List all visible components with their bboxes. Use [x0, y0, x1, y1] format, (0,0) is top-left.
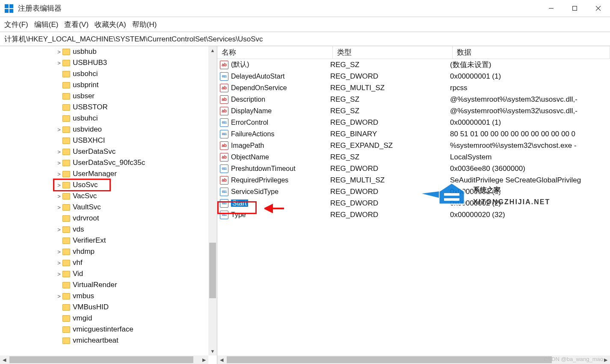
expand-icon[interactable]: >: [56, 126, 62, 133]
value-row[interactable]: abDisplayNameREG_SZ@%systemroot%\system3…: [217, 105, 610, 117]
regedit-icon: [4, 4, 14, 13]
tree-item[interactable]: VMBusHID: [0, 302, 208, 313]
tree-item[interactable]: >UserDataSvc_90fc35c: [0, 157, 208, 168]
value-data: LocalSystem: [450, 153, 610, 161]
tree-item[interactable]: vmgid: [0, 313, 208, 324]
tree-item[interactable]: >vds: [0, 224, 208, 235]
tree-item[interactable]: vdrvroot: [0, 213, 208, 224]
tree-item[interactable]: >UsoSvc: [0, 179, 208, 191]
scroll-down-icon[interactable]: ▼: [208, 347, 217, 355]
scroll-track[interactable]: [9, 355, 200, 364]
scroll-thumb[interactable]: [227, 356, 552, 363]
value-row[interactable]: abDescriptionREG_SZ@%systemroot%\system3…: [217, 94, 610, 105]
tree-item[interactable]: >VacSvc: [0, 191, 208, 202]
registry-tree[interactable]: >usbhub>USBHUB3usbohciusbprintusbserUSBS…: [0, 46, 208, 355]
address-bar[interactable]: 计算机\HKEY_LOCAL_MACHINE\SYSTEM\CurrentCon…: [0, 32, 610, 46]
tree-item[interactable]: usbprint: [0, 79, 208, 91]
tree-item-label: VacSvc: [73, 192, 97, 200]
tree-item[interactable]: >USBHUB3: [0, 57, 208, 68]
folder-icon: [62, 71, 70, 77]
value-row[interactable]: ab(默认)REG_SZ(数值未设置): [217, 59, 610, 70]
tree-item[interactable]: VirtualRender: [0, 279, 208, 291]
folder-icon: [62, 238, 70, 244]
value-row[interactable]: 011DelayedAutoStartREG_DWORD0x00000001 (…: [217, 70, 610, 82]
tree-item-label: UserDataSvc_90fc35c: [73, 159, 145, 167]
scroll-left-icon[interactable]: ◀: [0, 355, 9, 364]
tree-item[interactable]: >UserDataSvc: [0, 146, 208, 157]
expand-icon[interactable]: >: [56, 171, 62, 177]
menu-favorites[interactable]: 收藏夹(A): [95, 20, 126, 29]
value-row[interactable]: 011ServiceSidTypeREG_DWORD0x00000001 (1): [217, 186, 610, 197]
scroll-right-icon[interactable]: ▶: [200, 355, 208, 364]
menu-file[interactable]: 文件(F): [4, 20, 28, 29]
value-row[interactable]: 011PreshutdownTimeoutREG_DWORD0x0036ee80…: [217, 163, 610, 174]
value-row[interactable]: abImagePathREG_EXPAND_SZ%systemroot%\sys…: [217, 140, 610, 151]
expand-icon[interactable]: >: [56, 160, 62, 166]
string-icon: ab: [220, 84, 228, 92]
tree-item[interactable]: USBXHCI: [0, 135, 208, 146]
tree-item[interactable]: vmicguestinterface: [0, 324, 208, 335]
scroll-track[interactable]: [208, 55, 217, 347]
menu-edit[interactable]: 编辑(E): [34, 20, 59, 29]
folder-icon: [62, 193, 70, 200]
tree-vscrollbar[interactable]: ▲ ▼: [208, 46, 217, 355]
tree-item[interactable]: >Vid: [0, 268, 208, 279]
expand-icon[interactable]: >: [56, 293, 62, 299]
dword-icon: 011: [220, 130, 228, 138]
value-name: FailureActions: [231, 130, 330, 138]
expand-icon[interactable]: >: [56, 49, 62, 55]
value-row[interactable]: 011FailureActionsREG_BINARY80 51 01 00 0…: [217, 128, 610, 140]
folder-icon: [62, 249, 70, 255]
menu-bar: 文件(F) 编辑(E) 查看(V) 收藏夹(A) 帮助(H): [0, 17, 610, 32]
expand-icon[interactable]: >: [56, 60, 62, 66]
col-data[interactable]: 数据: [453, 46, 610, 59]
tree-item[interactable]: >usbvideo: [0, 124, 208, 135]
value-row[interactable]: abRequiredPrivilegesREG_MULTI_SZSeAuditP…: [217, 174, 610, 186]
tree-item[interactable]: usbser: [0, 91, 208, 102]
col-type[interactable]: 类型: [333, 46, 453, 59]
tree-item[interactable]: >vmbus: [0, 291, 208, 302]
value-row[interactable]: 011ErrorControlREG_DWORD0x00000001 (1): [217, 117, 610, 128]
scroll-thumb[interactable]: [9, 356, 193, 363]
folder-icon: [62, 282, 70, 288]
maximize-button[interactable]: [563, 0, 586, 17]
value-row[interactable]: abDependOnServiceREG_MULTI_SZrpcss: [217, 82, 610, 94]
tree-item-label: vdrvroot: [73, 214, 99, 223]
tree-item[interactable]: >VaultSvc: [0, 202, 208, 213]
scroll-thumb[interactable]: [209, 243, 216, 298]
menu-view[interactable]: 查看(V): [64, 20, 89, 29]
minimize-button[interactable]: [539, 0, 563, 17]
expand-icon[interactable]: >: [56, 204, 62, 211]
tree-item[interactable]: usbohci: [0, 68, 208, 79]
tree-item[interactable]: >UserManager: [0, 168, 208, 179]
expand-icon[interactable]: >: [56, 182, 62, 188]
tree-item[interactable]: USBSTOR: [0, 102, 208, 113]
value-type: REG_MULTI_SZ: [330, 176, 450, 185]
expand-icon[interactable]: >: [56, 249, 62, 255]
dword-icon: 011: [220, 72, 228, 81]
value-type: REG_SZ: [330, 95, 450, 104]
tree-item[interactable]: >vhdmp: [0, 246, 208, 257]
tree-item[interactable]: VerifierExt: [0, 235, 208, 246]
expand-icon[interactable]: >: [56, 271, 62, 277]
value-data: SeAuditPrivilege SeCreateGlobalPrivileg: [450, 176, 610, 185]
tree-item[interactable]: >vhf: [0, 257, 208, 268]
scroll-left-icon[interactable]: ◀: [217, 355, 226, 364]
close-button[interactable]: [586, 0, 610, 17]
value-type: REG_MULTI_SZ: [330, 84, 450, 92]
tree-hscrollbar[interactable]: ◀ ▶: [0, 355, 208, 364]
tree-item[interactable]: >usbhub: [0, 46, 208, 57]
scroll-up-icon[interactable]: ▲: [208, 46, 217, 55]
tree-item[interactable]: vmicheartbeat: [0, 335, 208, 346]
folder-icon: [62, 149, 70, 155]
tree-item[interactable]: usbuhci: [0, 113, 208, 124]
expand-icon[interactable]: >: [56, 226, 62, 233]
value-row[interactable]: abObjectNameREG_SZLocalSystem: [217, 151, 610, 163]
menu-help[interactable]: 帮助(H): [132, 20, 157, 29]
value-data: 0x00000002 (2): [450, 199, 610, 208]
expand-icon[interactable]: >: [56, 260, 62, 266]
expand-icon[interactable]: >: [56, 193, 62, 200]
col-name[interactable]: 名称: [217, 46, 333, 59]
value-name: ImagePath: [231, 141, 330, 150]
expand-icon[interactable]: >: [56, 149, 62, 155]
